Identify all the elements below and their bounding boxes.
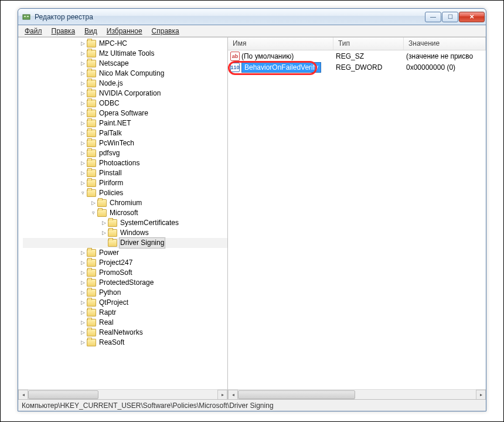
expander-icon[interactable]: ▷ (79, 170, 86, 177)
tree-node[interactable]: ▷Raptr (23, 308, 227, 318)
list-hscrollbar[interactable]: ◂ ▸ (228, 389, 486, 399)
tree-node[interactable]: ▷Nico Mak Computing (23, 69, 227, 79)
scroll-left-icon[interactable]: ◂ (228, 390, 238, 399)
expander-icon[interactable]: ▷ (79, 180, 86, 187)
expander-icon[interactable]: ▷ (79, 150, 86, 157)
tree-node[interactable]: ▷Node.js (23, 79, 227, 89)
tree-node[interactable]: ▷Pinstall (23, 168, 227, 178)
tree-node-label: PalTalk (98, 128, 123, 138)
tree-node[interactable]: ▷MPC-HC (23, 39, 227, 49)
tree-node[interactable]: ▷Photoactions (23, 158, 227, 168)
tree-node[interactable]: ▷Windows (23, 228, 227, 238)
column-name[interactable]: Имя (228, 38, 333, 50)
value-name-editing[interactable]: BehaviorOnFailedVerify (241, 62, 321, 73)
expander-icon[interactable]: ▷ (79, 80, 86, 87)
value-row[interactable]: ab(По умолчанию)REG_SZ(значение не присв… (228, 50, 486, 62)
tree-node-label: Opera Software (98, 108, 149, 118)
expander-icon[interactable]: ▷ (79, 160, 86, 167)
tree-node-label: Pinstall (98, 168, 123, 178)
expander-icon[interactable]: ▷ (79, 319, 86, 326)
tree-node[interactable]: ▷Opera Software (23, 108, 227, 118)
tree-node[interactable]: ▷Chromium (23, 198, 227, 208)
expander-icon[interactable]: ▷ (79, 260, 86, 267)
tree-node[interactable]: ▷ReaSoft (23, 338, 227, 348)
svg-rect-1 (24, 16, 26, 17)
tree-node-label: SystemCertificates (119, 218, 180, 228)
tree-node[interactable]: ▷Mz Ultimate Tools (23, 49, 227, 59)
expander-icon[interactable]: ▷ (79, 120, 86, 127)
expander-icon[interactable]: ▷ (79, 339, 86, 346)
expander-icon[interactable]: ▷ (79, 329, 86, 336)
folder-icon (87, 309, 96, 316)
expander-icon[interactable]: ▷ (79, 309, 86, 316)
folder-icon (87, 70, 96, 77)
menu-help[interactable]: Справка (148, 26, 183, 36)
expander-icon[interactable]: ▷ (79, 250, 86, 257)
scroll-thumb[interactable] (28, 390, 98, 399)
expander-icon[interactable]: ▷ (79, 100, 86, 107)
tree-node[interactable]: ▷ProtectedStorage (23, 278, 227, 288)
expander-icon[interactable]: ▷ (79, 280, 86, 287)
expander-icon[interactable]: ▿ (79, 190, 86, 197)
tree-node[interactable]: ▿Microsoft (23, 208, 227, 218)
expander-icon[interactable]: ▷ (79, 110, 86, 117)
tree-node[interactable]: ▷Netscape (23, 59, 227, 69)
expander-icon[interactable]: ▷ (79, 140, 86, 147)
expander-icon[interactable]: ▷ (79, 130, 86, 137)
tree-node[interactable]: ▷RealNetworks (23, 328, 227, 338)
tree-node[interactable]: ▷ODBC (23, 98, 227, 108)
menu-file[interactable]: Файл (21, 26, 46, 36)
scroll-thumb[interactable] (238, 390, 355, 399)
scroll-right-icon[interactable]: ▸ (217, 390, 227, 399)
scroll-right-icon[interactable]: ▸ (476, 390, 486, 399)
tree-node[interactable]: Driver Signing (23, 238, 227, 248)
tree-node-label: Piriform (98, 178, 124, 188)
expander-icon[interactable]: ▷ (79, 40, 86, 47)
expander-icon[interactable]: ▷ (79, 90, 86, 97)
expander-icon[interactable]: ▷ (79, 60, 86, 67)
tree-node[interactable]: ▷Real (23, 318, 227, 328)
scroll-left-icon[interactable]: ◂ (18, 390, 28, 399)
titlebar[interactable]: Редактор реестра — ☐ ✕ (18, 9, 486, 25)
value-list[interactable]: ab(По умолчанию)REG_SZ(значение не присв… (228, 50, 486, 389)
tree-node-label: RealNetworks (98, 328, 144, 338)
folder-icon (87, 80, 96, 87)
tree-node[interactable]: ▷PcWinTech (23, 138, 227, 148)
menu-favorites[interactable]: Избранное (103, 26, 147, 36)
tree-node[interactable]: ▷Piriform (23, 178, 227, 188)
expander-icon[interactable]: ▷ (100, 220, 107, 227)
tree-node[interactable]: ▿Policies (23, 188, 227, 198)
menu-edit[interactable]: Правка (47, 26, 80, 36)
tree-node[interactable]: ▷PalTalk (23, 128, 227, 138)
tree-node[interactable]: ▷PromoSoft (23, 268, 227, 278)
expander-icon[interactable]: ▿ (90, 210, 97, 217)
expander-icon[interactable]: ▷ (79, 70, 86, 77)
tree-node[interactable]: ▷SystemCertificates (23, 218, 227, 228)
expander-icon[interactable]: ▷ (79, 270, 86, 277)
expander-icon[interactable]: ▷ (100, 230, 107, 237)
tree-node[interactable]: ▷Python (23, 288, 227, 298)
tree-hscrollbar[interactable]: ◂ ▸ (18, 389, 227, 399)
value-row[interactable]: 110BehaviorOnFailedVerifyREG_DWORD0x0000… (228, 62, 486, 73)
maximize-button[interactable]: ☐ (442, 12, 458, 22)
tree-node[interactable]: ▷Paint.NET (23, 118, 227, 128)
expander-icon[interactable]: ▷ (79, 290, 86, 297)
expander-icon[interactable]: ▷ (79, 50, 86, 57)
column-value[interactable]: Значение (404, 38, 486, 50)
tree-node[interactable]: ▷Power (23, 248, 227, 258)
tree-node[interactable]: ▷Project247 (23, 258, 227, 268)
folder-icon (87, 50, 96, 57)
tree-node[interactable]: ▷QtProject (23, 298, 227, 308)
expander-icon[interactable]: ▷ (90, 200, 97, 207)
minimize-button[interactable]: — (425, 12, 441, 22)
column-type[interactable]: Тип (333, 38, 404, 50)
tree-node[interactable]: ▷NVIDIA Corporation (23, 89, 227, 98)
registry-tree[interactable]: ▷MPC-HC▷Mz Ultimate Tools▷Netscape▷Nico … (18, 39, 227, 348)
tree-node[interactable]: ▷pdfsvg (23, 148, 227, 158)
folder-icon (108, 229, 117, 237)
tree-node-label: Netscape (98, 59, 130, 69)
tree-node-label: Photoactions (98, 158, 141, 168)
expander-icon[interactable]: ▷ (79, 300, 86, 307)
close-button[interactable]: ✕ (459, 12, 485, 22)
menu-view[interactable]: Вид (80, 26, 101, 36)
